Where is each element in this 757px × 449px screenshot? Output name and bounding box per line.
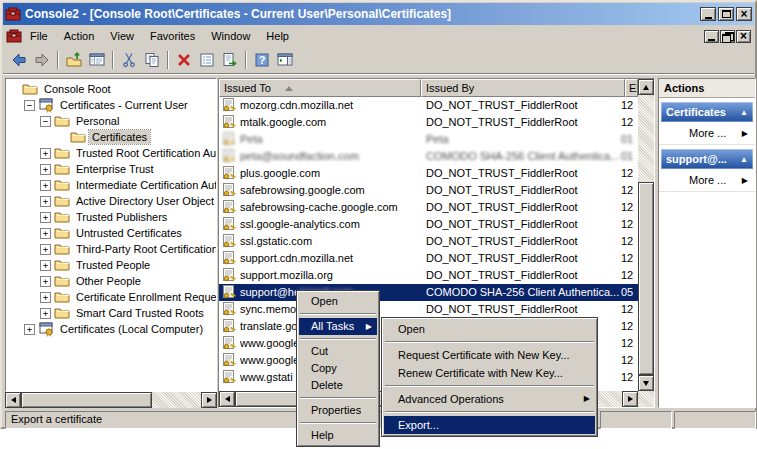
column-header-expiration[interactable]: Ex — [625, 79, 638, 97]
tree-item-other-people[interactable]: + Other People — [6, 273, 216, 289]
delete-button[interactable] — [172, 49, 195, 71]
maximize-button[interactable] — [718, 7, 734, 21]
expiration-cell: 12 — [621, 269, 637, 281]
tree-item-certificates-current-user[interactable]: − Certificates - Current User — [6, 97, 216, 113]
tree-item-certificates[interactable]: Certificates — [6, 129, 216, 145]
menu-item-open[interactable]: Open — [384, 320, 595, 338]
tree-expand-toggle[interactable]: + — [40, 228, 51, 239]
scroll-right-button[interactable] — [622, 391, 638, 407]
actions-section-header-certificates[interactable]: Certificates ▲ — [661, 102, 753, 122]
tree-expand-toggle[interactable]: + — [40, 308, 51, 319]
menu-view[interactable]: View — [102, 28, 142, 44]
tree-expand-toggle[interactable]: + — [40, 292, 51, 303]
menu-help[interactable]: Help — [258, 28, 297, 44]
certificate-row[interactable]: safebrowsing-cache.google.com DO_NOT_TRU… — [219, 199, 638, 216]
show-console-tree-button[interactable] — [85, 49, 108, 71]
certificate-row[interactable]: safebrowsing.google.com DO_NOT_TRUST_Fid… — [219, 182, 638, 199]
menu-item-open[interactable]: Open — [299, 293, 377, 310]
certificate-row[interactable]: support@helpmail.com COMODO SHA-256 Clie… — [219, 284, 638, 301]
scrollbar-thumb[interactable] — [21, 392, 152, 408]
tree-item-trusted-root-certification-aut[interactable]: + Trusted Root Certification Aut — [6, 145, 216, 161]
menu-item-all-tasks[interactable]: All Tasks▶ — [299, 318, 377, 335]
help-button[interactable]: ? — [250, 49, 273, 71]
certificate-row[interactable]: peta@soundfaction.com COMODO SHA-256 Cli… — [219, 148, 638, 165]
tree-expand-toggle[interactable]: + — [24, 324, 35, 335]
restore-icon — [722, 32, 733, 41]
certificate-row[interactable]: mozorg.cdn.mozilla.net DO_NOT_TRUST_Fidd… — [219, 97, 638, 114]
tree-item-active-directory-user-object[interactable]: + Active Directory User Object — [6, 193, 216, 209]
certificate-row[interactable]: plus.google.com DO_NOT_TRUST_FiddlerRoot… — [219, 165, 638, 182]
copy-button[interactable] — [140, 49, 163, 71]
show-action-pane-button[interactable] — [273, 49, 296, 71]
child-minimize-button[interactable] — [704, 30, 719, 43]
tree-horizontal-scrollbar[interactable] — [5, 392, 217, 408]
more-actions[interactable]: More ... ▶ — [659, 169, 755, 192]
tree-expand-toggle[interactable]: − — [40, 116, 51, 127]
scroll-up-button[interactable] — [638, 79, 654, 95]
certificate-row[interactable]: sync.memot DO_NOT_TRUST_FiddlerRoot 12 — [219, 301, 638, 318]
menu-window[interactable]: Window — [203, 28, 258, 44]
back-button[interactable] — [7, 49, 30, 71]
scroll-right-button[interactable] — [201, 392, 217, 408]
tree-expand-toggle[interactable]: + — [40, 180, 51, 191]
tree-expand-toggle[interactable]: + — [40, 244, 51, 255]
menu-item-copy[interactable]: Copy — [299, 360, 377, 377]
tree-item-trusted-publishers[interactable]: + Trusted Publishers — [6, 209, 216, 225]
menu-item-advanced-operations[interactable]: Advanced Operations▶ — [384, 390, 595, 408]
menu-item-renew-certificate-with-new-key[interactable]: Renew Certificate with New Key... — [384, 364, 595, 382]
menu-item-delete[interactable]: Delete — [299, 377, 377, 394]
tree-item-enterprise-trust[interactable]: + Enterprise Trust — [6, 161, 216, 177]
scrollbar-thumb[interactable] — [638, 182, 654, 375]
menu-favorites[interactable]: Favorites — [142, 28, 203, 44]
scroll-down-button[interactable] — [638, 375, 654, 391]
menu-item-export[interactable]: Export... — [384, 416, 595, 434]
tree-expand-toggle[interactable]: + — [40, 276, 51, 287]
more-actions[interactable]: More ... ▶ — [659, 122, 755, 145]
tree-item-personal[interactable]: − Personal — [6, 113, 216, 129]
properties-button[interactable] — [195, 49, 218, 71]
menu-item-properties[interactable]: Properties — [299, 402, 377, 419]
tree-item-untrusted-certificates[interactable]: + Untrusted Certificates — [6, 225, 216, 241]
menu-action[interactable]: Action — [56, 28, 103, 44]
tree-expand-toggle[interactable]: + — [40, 148, 51, 159]
menu-item-help[interactable]: Help — [299, 427, 377, 444]
tree-item-certificate-enrollment-reques[interactable]: + Certificate Enrollment Reques — [6, 289, 216, 305]
column-header-issued-to[interactable]: Issued To — [219, 79, 421, 97]
tree-expand-toggle[interactable]: + — [40, 196, 51, 207]
export-list-button[interactable] — [218, 49, 241, 71]
up-one-level-button[interactable] — [62, 49, 85, 71]
menu-file[interactable]: File — [22, 28, 56, 44]
cut-button[interactable] — [117, 49, 140, 71]
collapse-icon[interactable]: ▲ — [740, 108, 748, 117]
certificate-row[interactable]: mtalk.google.com DO_NOT_TRUST_FiddlerRoo… — [219, 114, 638, 131]
minimize-button[interactable] — [700, 7, 716, 21]
tree-item-console-root[interactable]: Console Root — [6, 81, 216, 97]
list-vertical-scrollbar[interactable] — [638, 79, 654, 391]
tree-item-smart-card-trusted-roots[interactable]: + Smart Card Trusted Roots — [6, 305, 216, 321]
tree-expand-toggle[interactable]: + — [40, 212, 51, 223]
child-close-button[interactable]: × — [736, 30, 751, 43]
forward-button[interactable] — [30, 49, 53, 71]
tree-expand-toggle[interactable]: + — [40, 164, 51, 175]
scroll-left-button[interactable] — [219, 391, 235, 407]
menu-item-request-certificate-with-new-key[interactable]: Request Certificate with New Key... — [384, 346, 595, 364]
tree-expand-toggle[interactable]: − — [24, 100, 35, 111]
tree-item-certificates-local-computer[interactable]: + Certificates (Local Computer) — [6, 321, 216, 337]
certificate-row[interactable]: support.cdn.mozilla.net DO_NOT_TRUST_Fid… — [219, 250, 638, 267]
certificate-row[interactable]: support.mozilla.org DO_NOT_TRUST_Fiddler… — [219, 267, 638, 284]
actions-section-header-support[interactable]: support@... ▲ — [661, 149, 753, 169]
close-button[interactable]: × — [736, 7, 752, 21]
certificate-row[interactable]: ssl.google-analytics.com DO_NOT_TRUST_Fi… — [219, 216, 638, 233]
collapse-icon[interactable]: ▲ — [740, 155, 748, 164]
tree-item-trusted-people[interactable]: + Trusted People — [6, 257, 216, 273]
tree-item-intermediate-certification-aut[interactable]: + Intermediate Certification Aut — [6, 177, 216, 193]
certificate-icon — [222, 318, 238, 334]
certificate-row[interactable]: ssl.gstatic.com DO_NOT_TRUST_FiddlerRoot… — [219, 233, 638, 250]
tree-item-third-party-root-certification[interactable]: + Third-Party Root Certification — [6, 241, 216, 257]
column-header-issued-by[interactable]: Issued By — [421, 79, 625, 97]
tree-expand-toggle[interactable]: + — [40, 260, 51, 271]
child-restore-button[interactable] — [720, 30, 735, 43]
menu-item-cut[interactable]: Cut — [299, 343, 377, 360]
certificate-row[interactable]: Peta Peta 01 — [219, 131, 638, 148]
scroll-left-button[interactable] — [5, 392, 21, 408]
